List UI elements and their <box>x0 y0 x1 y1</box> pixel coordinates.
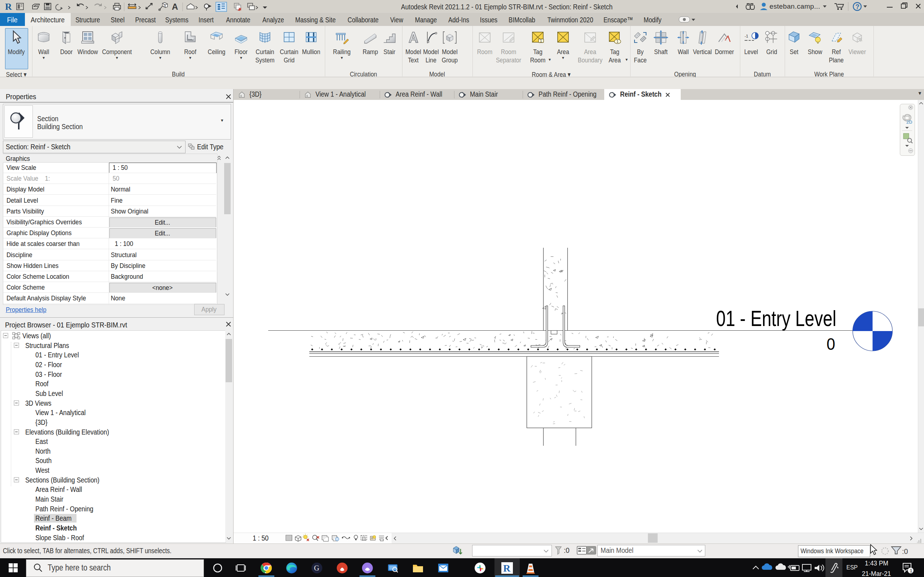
svg-text:1: 1 <box>540 39 542 43</box>
svg-text:1: 1 <box>910 568 913 574</box>
svg-text:G: G <box>314 564 319 572</box>
svg-text::0: :0 <box>902 548 908 555</box>
svg-text:?: ? <box>855 3 859 10</box>
svg-text:2D: 2D <box>906 119 913 125</box>
svg-text:-1: -1 <box>745 34 748 38</box>
svg-text:0: 0 <box>827 335 835 353</box>
svg-text:R: R <box>503 562 511 574</box>
svg-text:A: A <box>172 2 178 11</box>
svg-text:R: R <box>5 2 12 12</box>
svg-text:1: 1 <box>163 3 165 7</box>
svg-text:1: 1 <box>617 40 619 44</box>
svg-text:01 - Entry Level: 01 - Entry Level <box>716 306 836 331</box>
svg-text:esteban.camp...: esteban.camp... <box>769 3 820 10</box>
